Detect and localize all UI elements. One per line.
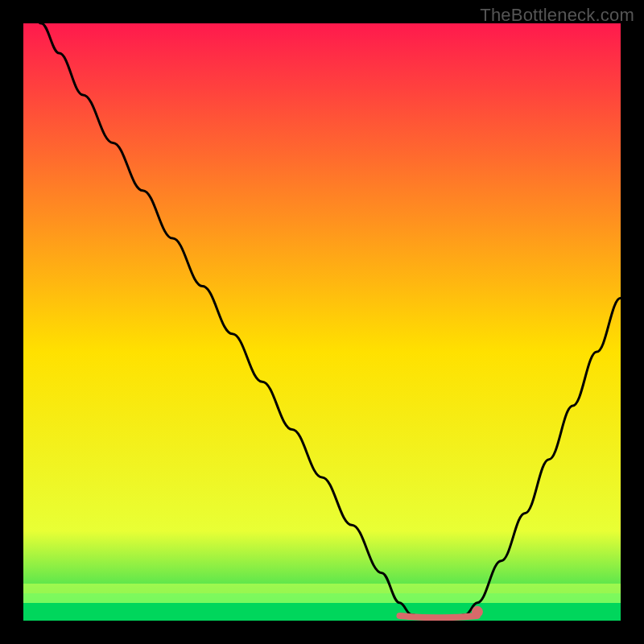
flat-region-end-dot bbox=[472, 606, 483, 617]
chart-background-gradient bbox=[23, 23, 621, 621]
flat-region-highlight bbox=[399, 616, 477, 617]
chart-plot-area bbox=[23, 23, 621, 621]
chart-frame: TheBottleneck.com bbox=[0, 0, 644, 644]
chart-band-2 bbox=[23, 593, 621, 603]
chart-svg bbox=[23, 23, 621, 621]
chart-band-3 bbox=[23, 603, 621, 621]
watermark-text: TheBottleneck.com bbox=[480, 5, 634, 26]
chart-band-1 bbox=[23, 584, 621, 593]
